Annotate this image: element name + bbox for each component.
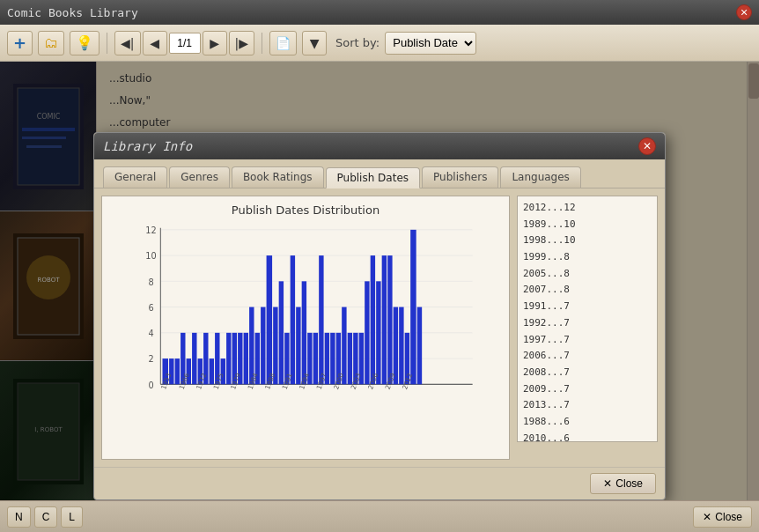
bottom-close-label: Close xyxy=(715,511,742,523)
btn-l[interactable]: L xyxy=(61,506,83,528)
title-bar: Comic Books Library ✕ xyxy=(0,0,759,25)
nav-group: ◀| ◀ ▶ |▶ xyxy=(114,31,254,55)
stats-list[interactable]: 2012...12 1989...10 1998...10 1999...8 2… xyxy=(517,196,658,442)
stat-row: 2009...7 xyxy=(523,381,652,398)
svg-rect-58 xyxy=(330,333,335,384)
svg-rect-51 xyxy=(291,255,295,384)
svg-rect-37 xyxy=(210,358,214,384)
page-input[interactable] xyxy=(169,33,201,54)
sort-label: Sort by: xyxy=(335,36,380,49)
book-format-dropdown[interactable]: ▼ xyxy=(302,31,327,55)
btn-c[interactable]: C xyxy=(34,506,58,528)
svg-rect-55 xyxy=(313,333,318,384)
stat-row: 2013...7 xyxy=(523,397,652,414)
svg-rect-49 xyxy=(279,281,284,384)
chart-title: Publish Dates Distribution xyxy=(109,203,502,217)
bulb-button[interactable]: 💡 xyxy=(70,31,99,55)
toolbar: + 🗂 💡 ◀| ◀ ▶ |▶ 📄 ▼ Sort by: Publish Dat… xyxy=(0,25,759,62)
app-close-button[interactable]: ✕ xyxy=(736,4,752,20)
bottom-close-x: ✕ xyxy=(703,511,711,523)
svg-rect-60 xyxy=(342,307,346,385)
content-area: COMIC ROBOT I, ROBOT xyxy=(0,62,759,500)
stat-row: 2007...8 xyxy=(523,282,652,299)
svg-rect-65 xyxy=(371,255,375,384)
tab-bookratings[interactable]: Book Ratings xyxy=(232,166,324,188)
add-button[interactable]: + xyxy=(7,31,33,55)
dialog-content: Publish Dates Distribution 12 10 8 6 4 2… xyxy=(94,188,665,467)
svg-rect-72 xyxy=(410,230,416,384)
tab-genres[interactable]: Genres xyxy=(169,166,230,188)
svg-rect-47 xyxy=(267,255,273,384)
nav-last-button[interactable]: |▶ xyxy=(229,31,254,55)
btn-n-label: N xyxy=(15,511,23,523)
stat-row: 1998...10 xyxy=(523,233,652,249)
svg-text:0: 0 xyxy=(148,381,153,390)
tab-publishers[interactable]: Publishers xyxy=(422,166,498,188)
svg-rect-34 xyxy=(192,333,196,384)
svg-rect-56 xyxy=(319,255,323,384)
btn-n[interactable]: N xyxy=(7,506,31,528)
separator-2 xyxy=(262,33,262,54)
svg-rect-52 xyxy=(296,307,300,385)
svg-rect-64 xyxy=(365,281,369,384)
stat-row: 2006...7 xyxy=(523,348,652,365)
sort-select[interactable]: Publish Date Title Author Publisher xyxy=(385,32,476,55)
folder-button[interactable]: 🗂 xyxy=(38,31,64,55)
modal-overlay: Library Info ✕ General Genres Book Ratin… xyxy=(0,62,759,500)
stat-row: 2005...8 xyxy=(523,266,652,283)
tab-general[interactable]: General xyxy=(103,166,167,188)
svg-text:4: 4 xyxy=(148,329,153,338)
stat-row: 2008...7 xyxy=(523,365,652,381)
separator-1 xyxy=(107,33,107,54)
svg-rect-67 xyxy=(382,255,387,384)
svg-rect-40 xyxy=(226,333,231,384)
bottom-bar: N C L ✕ Close xyxy=(0,500,759,532)
stat-row: 1989...10 xyxy=(523,217,652,233)
svg-rect-66 xyxy=(376,281,380,384)
app-title: Comic Books Library xyxy=(7,6,736,19)
stat-row: 2010...6 xyxy=(523,431,652,442)
dialog-close-button[interactable]: ✕ xyxy=(638,137,656,155)
btn-l-label: L xyxy=(69,511,75,523)
stat-row: 1999...8 xyxy=(523,249,652,266)
library-info-dialog: Library Info ✕ General Genres Book Ratin… xyxy=(93,132,666,500)
svg-text:8: 8 xyxy=(148,277,153,287)
svg-rect-31 xyxy=(175,358,180,384)
svg-text:6: 6 xyxy=(148,303,153,313)
svg-text:10: 10 xyxy=(145,251,156,261)
btn-c-label: C xyxy=(42,511,50,523)
tab-publishdates[interactable]: Publish Dates xyxy=(326,167,421,188)
stat-row: 1997...7 xyxy=(523,332,652,349)
dialog-title: Library Info xyxy=(103,139,638,153)
svg-text:2: 2 xyxy=(148,354,153,364)
book-format-button[interactable]: 📄 xyxy=(269,31,297,55)
bottom-close-button[interactable]: ✕ Close xyxy=(693,506,752,528)
svg-rect-69 xyxy=(394,307,398,385)
svg-rect-48 xyxy=(273,307,277,385)
nav-next-button[interactable]: ▶ xyxy=(203,31,227,55)
dialog-title-bar: Library Info ✕ xyxy=(94,133,665,159)
dialog-close-action-button[interactable]: ✕ Close xyxy=(590,473,656,494)
main-window: Comic Books Library ✕ + 🗂 💡 ◀| ◀ ▶ |▶ 📄 … xyxy=(0,0,759,532)
stat-row: 1988...6 xyxy=(523,414,652,431)
dialog-footer: ✕ Close xyxy=(94,467,665,499)
tab-languages[interactable]: Languages xyxy=(500,166,580,188)
bar-chart: 12 10 8 6 4 2 0 xyxy=(109,220,502,449)
nav-prev-button[interactable]: ◀ xyxy=(143,31,167,55)
svg-rect-46 xyxy=(261,307,265,385)
svg-rect-43 xyxy=(244,333,248,384)
svg-rect-53 xyxy=(302,281,306,384)
close-icon: ✕ xyxy=(603,477,612,490)
svg-rect-68 xyxy=(387,255,392,384)
nav-first-button[interactable]: ◀| xyxy=(114,31,140,55)
svg-rect-61 xyxy=(348,333,352,384)
svg-rect-70 xyxy=(399,307,403,385)
stat-row: 1992...7 xyxy=(523,315,652,332)
svg-text:12: 12 xyxy=(145,225,156,235)
dialog-tabs: General Genres Book Ratings Publish Date… xyxy=(94,159,665,188)
stat-row: 1991...7 xyxy=(523,299,652,315)
svg-rect-73 xyxy=(417,307,422,385)
close-label: Close xyxy=(615,477,643,490)
chart-area: Publish Dates Distribution 12 10 8 6 4 2… xyxy=(101,196,510,460)
stat-row: 2012...12 xyxy=(523,200,652,217)
